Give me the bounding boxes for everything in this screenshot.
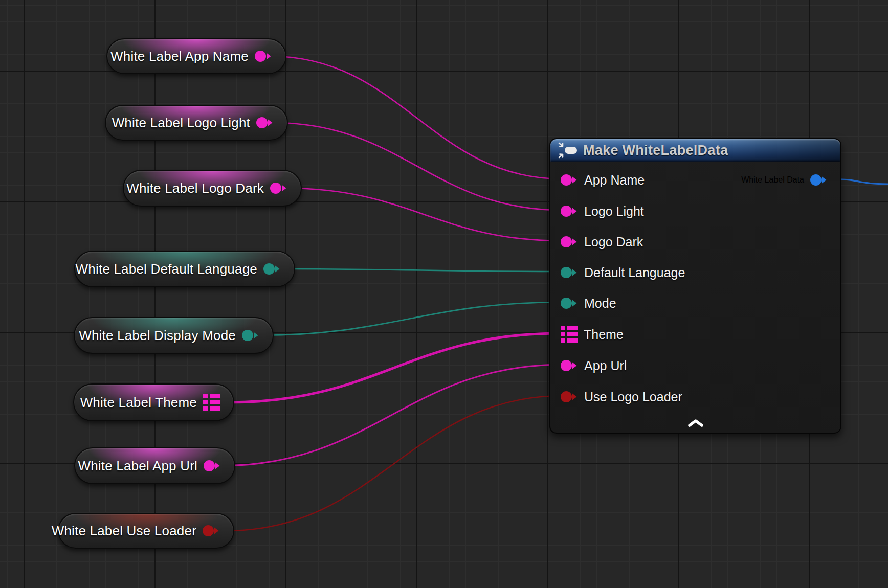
- collapse-pins-button[interactable]: [681, 418, 710, 429]
- string-pin-icon[interactable]: [561, 205, 578, 217]
- chevron-up-icon: [686, 419, 705, 427]
- string-pin-icon[interactable]: [561, 174, 578, 186]
- variable-node-app-name[interactable]: White Label App Name: [106, 38, 286, 74]
- variable-node-label: White Label Theme: [80, 395, 197, 411]
- input-pin-label: Logo Dark: [584, 235, 643, 250]
- input-pin-label: Theme: [584, 327, 624, 342]
- enum-pin-icon[interactable]: [561, 297, 578, 309]
- blueprint-graph-canvas[interactable]: White Label App NameWhite Label Logo Lig…: [0, 0, 888, 588]
- input-pin-label: Logo Light: [584, 204, 644, 219]
- variable-node-logo-light[interactable]: White Label Logo Light: [105, 105, 288, 141]
- make-input-row: Mode: [550, 295, 616, 312]
- string-pin-icon[interactable]: [204, 460, 221, 472]
- variable-node-label: White Label Default Language: [76, 261, 257, 277]
- make-whitelabeldata-node[interactable]: Make WhiteLabelData App NameLogo LightLo…: [549, 138, 841, 434]
- wire-string[interactable]: [220, 365, 563, 466]
- make-input-row: Theme: [550, 326, 624, 343]
- input-pin-label: Use Logo Loader: [584, 390, 682, 404]
- make-node-title: Make WhiteLabelData: [583, 143, 728, 159]
- make-input-row: Logo Dark: [550, 233, 643, 251]
- make-input-row: Use Logo Loader: [550, 388, 682, 405]
- wire-string[interactable]: [270, 56, 563, 179]
- enum-pin-icon[interactable]: [242, 329, 259, 342]
- wire-enum[interactable]: [279, 269, 563, 272]
- make-input-row: App Url: [550, 357, 627, 374]
- bool-pin-icon[interactable]: [561, 391, 578, 403]
- struct-grid-pin-icon[interactable]: [561, 326, 578, 343]
- variable-node-app-url[interactable]: White Label App Url: [74, 447, 235, 484]
- string-pin-icon[interactable]: [255, 50, 272, 62]
- variable-node-label: White Label App Name: [110, 49, 249, 64]
- input-pin-label: App Url: [584, 358, 627, 373]
- variable-node-default-language[interactable]: White Label Default Language: [74, 251, 295, 287]
- make-input-row: Logo Light: [550, 202, 644, 220]
- make-struct-icon: [558, 141, 578, 160]
- bool-pin-icon[interactable]: [203, 525, 220, 537]
- variable-node-label: White Label Use Loader: [52, 523, 196, 539]
- variable-node-theme[interactable]: White Label Theme: [73, 383, 234, 421]
- variable-node-label: White Label App Url: [78, 458, 197, 474]
- wire-struct[interactable]: [228, 333, 560, 402]
- variable-node-use-loader[interactable]: White Label Use Loader: [58, 513, 234, 549]
- enum-pin-icon[interactable]: [263, 263, 281, 275]
- variable-node-label: White Label Display Mode: [79, 328, 236, 344]
- input-pin-label: Mode: [584, 296, 616, 311]
- string-pin-icon[interactable]: [561, 236, 578, 248]
- wire-string[interactable]: [273, 123, 563, 210]
- make-input-row: Default Language: [550, 264, 685, 281]
- string-pin-icon[interactable]: [561, 359, 578, 372]
- variable-node-label: White Label Logo Dark: [126, 180, 264, 196]
- make-node-output-row: White Label Data: [741, 171, 840, 189]
- string-pin-icon[interactable]: [270, 182, 287, 194]
- variable-node-label: White Label Logo Light: [112, 115, 250, 131]
- wire-enum[interactable]: [256, 302, 563, 335]
- variable-node-logo-dark[interactable]: White Label Logo Dark: [123, 170, 302, 207]
- make-input-row: App Name: [550, 171, 645, 189]
- make-node-header[interactable]: Make WhiteLabelData: [550, 139, 840, 162]
- variable-node-display-mode[interactable]: White Label Display Mode: [74, 317, 274, 354]
- string-pin-icon[interactable]: [256, 117, 274, 129]
- wire-string[interactable]: [285, 188, 563, 241]
- enum-pin-icon[interactable]: [561, 266, 578, 279]
- output-pin-label: White Label Data: [741, 175, 804, 185]
- input-pin-label: Default Language: [584, 265, 685, 280]
- struct_out-pin-icon-output[interactable]: [810, 174, 828, 186]
- struct-grid-pin-icon[interactable]: [203, 394, 220, 411]
- wire-bool[interactable]: [227, 396, 563, 531]
- input-pin-label: App Name: [584, 173, 645, 188]
